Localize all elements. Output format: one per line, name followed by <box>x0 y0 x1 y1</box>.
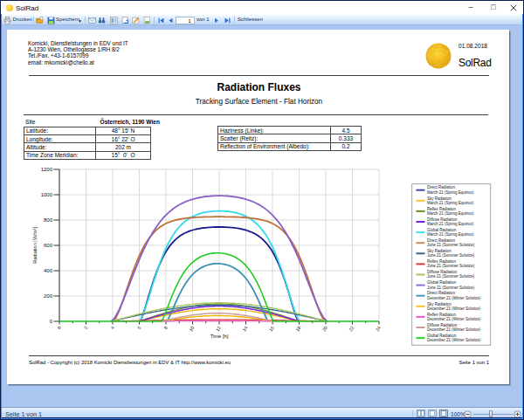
svg-text:1200: 1200 <box>41 167 53 172</box>
svg-text:600: 600 <box>44 243 53 248</box>
svg-text:June 21 (Summer Solstice): June 21 (Summer Solstice) <box>427 264 475 268</box>
svg-text:24: 24 <box>375 325 382 332</box>
svg-text:6: 6 <box>136 325 142 330</box>
svg-text:December 21 (Winter Solstice): December 21 (Winter Solstice) <box>427 296 481 300</box>
svg-text:10: 10 <box>188 325 195 332</box>
svg-text:December 21 (Winter Solstice): December 21 (Winter Solstice) <box>427 306 481 311</box>
svg-text:800: 800 <box>44 217 53 223</box>
svg-text:March 21 (Spring Equinox): March 21 (Spring Equinox) <box>427 211 474 216</box>
svg-text:4: 4 <box>109 325 115 330</box>
svg-text:400: 400 <box>44 268 53 273</box>
svg-text:March 21 (Spring Equinox): March 21 (Spring Equinox) <box>427 232 474 237</box>
svg-text:18: 18 <box>294 325 301 332</box>
svg-text:December 21 (Winter Solstice): December 21 (Winter Solstice) <box>427 327 481 332</box>
svg-text:March 21 (Spring Equinox): March 21 (Spring Equinox) <box>427 222 474 226</box>
svg-text:December 21 (Winter Solstice): December 21 (Winter Solstice) <box>427 317 481 321</box>
svg-text:Radiation [W/m²]: Radiation [W/m²] <box>32 227 38 264</box>
svg-text:0: 0 <box>50 319 53 324</box>
svg-text:June 21 (Summer Solstice): June 21 (Summer Solstice) <box>427 253 475 258</box>
svg-text:12: 12 <box>215 325 222 332</box>
svg-text:16: 16 <box>268 325 275 332</box>
svg-text:200: 200 <box>44 293 53 299</box>
svg-text:December 21 (Winter Solstice): December 21 (Winter Solstice) <box>427 338 481 342</box>
svg-text:June 21 (Summer Solstice): June 21 (Summer Solstice) <box>427 243 475 247</box>
svg-text:March 21 (Spring Equinox): March 21 (Spring Equinox) <box>427 190 474 195</box>
svg-text:June 21 (Summer Solstice): June 21 (Summer Solstice) <box>427 274 475 279</box>
svg-text:March 21 (Spring Equinox): March 21 (Spring Equinox) <box>427 201 474 205</box>
svg-text:14: 14 <box>241 325 248 332</box>
svg-text:8: 8 <box>162 325 169 330</box>
svg-text:2: 2 <box>83 325 89 330</box>
svg-text:20: 20 <box>321 325 328 332</box>
svg-text:0: 0 <box>56 325 62 330</box>
svg-text:1000: 1000 <box>41 192 53 197</box>
svg-text:22: 22 <box>348 325 355 332</box>
svg-text:June 21 (Summer Solstice): June 21 (Summer Solstice) <box>427 286 475 290</box>
svg-text:Time [h]: Time [h] <box>210 334 229 339</box>
